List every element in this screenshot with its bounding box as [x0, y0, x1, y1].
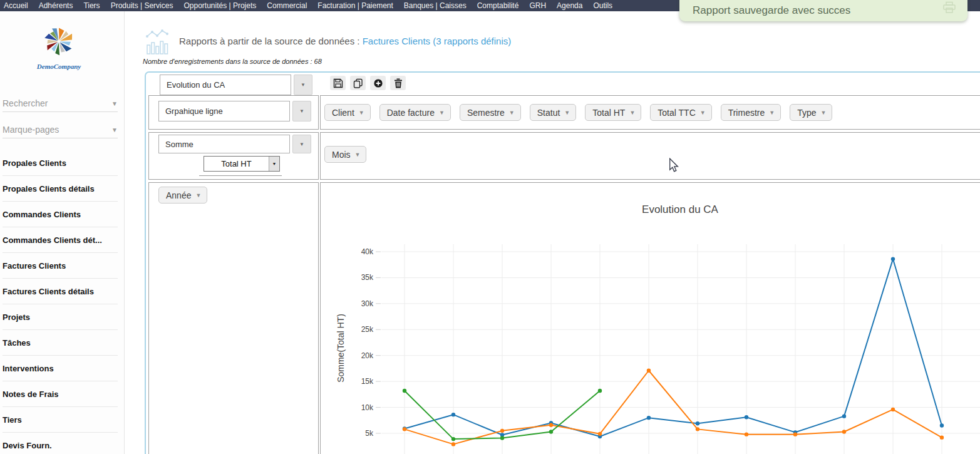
field-pill[interactable]: Date facture▼	[379, 104, 451, 121]
trash-icon	[393, 78, 403, 88]
aggregator-dropdown[interactable]: Somme	[158, 135, 311, 153]
nav-item[interactable]: GRH	[529, 1, 546, 10]
field-pill[interactable]: Client▼	[324, 104, 371, 121]
sidebar-report-item[interactable]: Propales Clients	[3, 150, 118, 176]
report-selector-value[interactable]: Evolution du CA	[160, 75, 291, 95]
field-pill[interactable]: Type▼	[790, 104, 832, 121]
nav-item[interactable]: Accueil	[4, 1, 28, 10]
chevron-down-icon[interactable]: ▼	[564, 110, 570, 116]
chevron-down-icon[interactable]: ▼	[195, 192, 201, 199]
chevron-down-icon[interactable]: ▼	[700, 110, 706, 116]
delete-report-button[interactable]	[390, 76, 406, 90]
chevron-down-icon[interactable]	[292, 135, 311, 153]
svg-text:Somme(Total HT): Somme(Total HT)	[336, 314, 346, 383]
sidebar: DemoCompany Rechercher ▼ Marque-pages ▼ …	[0, 11, 125, 454]
sidebar-report-item[interactable]: Commandes Clients	[3, 202, 118, 227]
nav-item[interactable]: Commercial	[267, 1, 307, 10]
svg-text:15k: 15k	[361, 377, 374, 386]
chevron-down-icon[interactable]: ▼	[629, 110, 635, 116]
column-fields-cell: Mois▼	[320, 132, 980, 180]
field-pill-label: Trimestre	[728, 108, 765, 118]
field-pill-label: Date facture	[387, 108, 435, 118]
aggregator-field-value: Total HT	[204, 157, 269, 171]
pinwheel-logo-icon	[41, 24, 76, 59]
sidebar-bookmarks-header[interactable]: Marque-pages ▼	[3, 121, 118, 138]
nav-item[interactable]: Comptabilité	[477, 1, 519, 10]
nav-item[interactable]: Outils	[593, 1, 612, 10]
aggregator-field-select[interactable]: Total HT	[204, 156, 280, 172]
sidebar-report-item[interactable]: Interventions	[3, 356, 118, 381]
line-chart[interactable]: 40k35k30k25k20k15k10k5kEvolution du CASo…	[321, 183, 980, 454]
chart-type-value[interactable]: Grpahique ligne	[158, 101, 290, 121]
field-pill-label: Client	[332, 108, 354, 118]
chevron-down-icon[interactable]: ▼	[821, 110, 827, 116]
svg-text:35k: 35k	[361, 273, 374, 282]
sidebar-report-item[interactable]: Factures Clients détails	[3, 279, 118, 304]
aggregator-cell: Somme Total HT	[148, 132, 319, 180]
chart-cell: 40k35k30k25k20k15k10k5kEvolution du CASo…	[320, 182, 980, 454]
sidebar-report-item[interactable]: Factures Clients	[3, 253, 118, 279]
sidebar-report-item[interactable]: Tiers	[3, 407, 118, 433]
sidebar-report-item[interactable]: Devis Fourn.	[3, 433, 118, 454]
sidebar-report-item[interactable]: Projets	[3, 304, 118, 330]
nav-item[interactable]: Produits | Services	[111, 1, 173, 10]
field-pill[interactable]: Statut▼	[530, 104, 577, 121]
add-icon	[373, 78, 383, 88]
field-pill[interactable]: Trimestre▼	[721, 104, 781, 121]
logo-caption: DemoCompany	[0, 63, 118, 70]
chevron-down-icon[interactable]	[292, 101, 311, 121]
printer-icon[interactable]	[942, 1, 956, 14]
nav-item[interactable]: Adhérents	[39, 1, 73, 10]
bookmarks-label: Marque-pages	[3, 125, 59, 135]
chart-type-dropdown[interactable]: Grpahique ligne	[158, 101, 311, 121]
aggregator-value[interactable]: Somme	[158, 135, 290, 153]
field-pill-label: Année	[166, 190, 191, 200]
page-title: Rapports à partir de la source de donnée…	[179, 36, 511, 46]
nav-item[interactable]: Agenda	[557, 1, 582, 10]
sidebar-report-item[interactable]: Notes de Frais	[3, 381, 118, 407]
app-root: AccueilAdhérentsTiersProduits | Services…	[0, 0, 980, 454]
nav-item[interactable]: Facturation | Paiement	[317, 1, 393, 10]
column-field-pill[interactable]: Mois▼	[324, 146, 366, 163]
nav-item[interactable]: Opportunités | Projets	[183, 1, 256, 10]
svg-text:10k: 10k	[361, 403, 374, 412]
sidebar-report-item[interactable]: Tâches	[3, 330, 118, 356]
sidebar-report-item[interactable]: Propales Clients détails	[3, 176, 118, 202]
chevron-down-icon[interactable]: ▼	[769, 110, 775, 116]
save-report-button[interactable]	[330, 76, 346, 90]
chevron-down-icon[interactable]: ▼	[439, 110, 445, 116]
report-selector-dropdown[interactable]: Evolution du CA	[160, 75, 312, 95]
records-count-note: Nombre d'enregistrements dans la source …	[143, 58, 322, 65]
sidebar-report-item[interactable]: Commandes Clients dét...	[3, 227, 118, 253]
add-report-button[interactable]	[370, 76, 386, 90]
divider	[199, 175, 282, 176]
row-field-pill[interactable]: Année▼	[158, 187, 207, 204]
field-pill[interactable]: Semestre▼	[460, 104, 521, 121]
chevron-down-icon[interactable]: ▼	[355, 152, 361, 158]
chevron-down-icon: ▼	[111, 126, 118, 133]
chart-type-cell: Grpahique ligne	[148, 95, 319, 130]
field-pill-label: Mois	[332, 150, 351, 160]
field-pill[interactable]: Total TTC▼	[650, 104, 711, 121]
chevron-down-icon[interactable]: ▼	[359, 110, 364, 116]
duplicate-report-button[interactable]	[350, 76, 366, 90]
nav-item[interactable]: Tiers	[83, 1, 100, 10]
sidebar-report-list: Propales ClientsPropales Clients détails…	[3, 150, 118, 454]
field-pill-label: Statut	[537, 108, 560, 118]
nav-item[interactable]: Banques | Caisses	[404, 1, 467, 10]
toast-notification[interactable]: Rapport sauvegarde avec succes	[679, 0, 967, 21]
row-fields-row: Année▼	[158, 187, 207, 204]
svg-text:40k: 40k	[361, 247, 374, 256]
datasource-link[interactable]: Factures Clients (3 rapports définis)	[363, 36, 512, 46]
svg-text:Evolution du CA: Evolution du CA	[642, 204, 719, 215]
svg-text:20k: 20k	[361, 351, 374, 360]
field-pill-label: Total TTC	[658, 108, 695, 118]
sidebar-search-header[interactable]: Rechercher ▼	[3, 95, 118, 112]
field-pill-label: Semestre	[467, 108, 505, 118]
chevron-down-icon[interactable]	[269, 157, 279, 171]
chevron-down-icon[interactable]: ▼	[509, 110, 515, 116]
page-title-prefix: Rapports à partir de la source de donnée…	[179, 36, 363, 46]
available-fields-cell: Client▼Date facture▼Semestre▼Statut▼Tota…	[320, 95, 980, 130]
chevron-down-icon[interactable]	[294, 75, 312, 95]
field-pill[interactable]: Total HT▼	[585, 104, 641, 121]
